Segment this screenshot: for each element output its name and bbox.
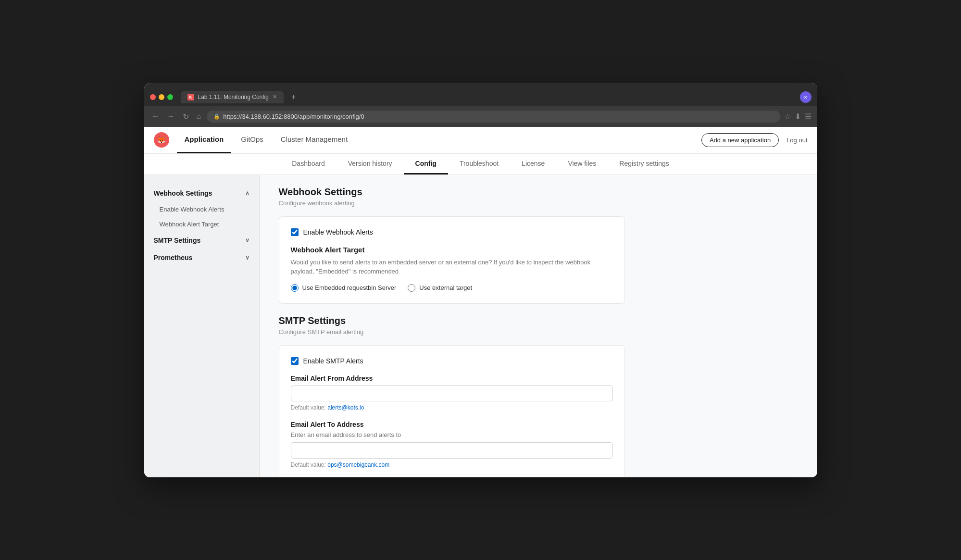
sidebar-item-webhook-target[interactable]: Webhook Alert Target [144,217,259,232]
tab-bar: Dashboard Version history Config Trouble… [144,154,817,175]
email-to-input[interactable] [291,442,613,459]
add-new-application-button[interactable]: Add a new application [701,133,779,147]
sidebar-webhook-label: Webhook Settings [154,189,212,197]
sidebar-section-webhook: Webhook Settings ∧ Enable Webhook Alerts… [144,185,259,232]
nav-links: Application GitOps Cluster Management [177,127,356,153]
webhook-external-option[interactable]: Use external target [408,284,472,292]
browser-tab[interactable]: K Lab 1.11: Monitoring Config ✕ [181,91,284,103]
webhook-target-subsection: Webhook Alert Target Would you like to s… [291,246,613,292]
webhook-settings-card: Enable Webhook Alerts Webhook Alert Targ… [279,216,625,304]
email-to-sublabel: Enter an email address to send alerts to [291,431,613,438]
email-from-input[interactable] [291,385,613,401]
webhook-external-radio[interactable] [408,284,415,292]
sidebar-webhook-chevron: ∧ [245,190,250,197]
logout-button[interactable]: Log out [786,137,807,144]
forward-button[interactable]: → [165,110,177,123]
tab-title: Lab 1.11: Monitoring Config [198,94,269,100]
sidebar-smtp-header[interactable]: SMTP Settings ∨ [144,232,259,249]
extension-icon[interactable]: ∞ [800,91,811,103]
email-to-group: Email Alert To Address Enter an email ad… [291,421,613,468]
browser-window: K Lab 1.11: Monitoring Config ✕ + ∞ ← → … [144,83,817,477]
enable-smtp-row: Enable SMTP Alerts [291,357,613,365]
webhook-embedded-option[interactable]: Use Embedded requestbin Server [291,284,397,292]
tab-close-button[interactable]: ✕ [273,94,277,100]
home-button[interactable]: ⌂ [195,110,203,123]
webhook-embedded-radio[interactable] [291,284,299,292]
address-bar[interactable]: 🔒 https://34.138.60.152:8800/app/monitor… [207,111,780,123]
menu-icon[interactable]: ☰ [805,112,811,121]
refresh-button[interactable]: ↻ [181,110,191,123]
sidebar-smtp-label: SMTP Settings [154,236,201,244]
nav-gitops[interactable]: GitOps [233,127,271,153]
back-button[interactable]: ← [150,110,162,123]
sidebar: Webhook Settings ∧ Enable Webhook Alerts… [144,175,260,477]
enable-smtp-checkbox[interactable] [291,357,299,365]
app-navigation: 🦊 Application GitOps Cluster Management … [144,127,817,154]
webhook-target-radio-group: Use Embedded requestbin Server Use exter… [291,284,613,292]
webhook-external-label: Use external target [419,284,472,291]
browser-titlebar: K Lab 1.11: Monitoring Config ✕ + ∞ [144,83,817,106]
bookmark-icon[interactable]: ☆ [784,112,791,121]
minimize-traffic-light[interactable] [159,94,164,100]
close-traffic-light[interactable] [150,94,156,100]
webhook-target-desc: Would you like to send alerts to an embe… [291,258,613,276]
sidebar-prometheus-header[interactable]: Prometheus ∨ [144,249,259,266]
tab-troubleshoot[interactable]: Troubleshoot [448,154,510,174]
tab-version-history[interactable]: Version history [337,154,404,174]
content-scroll: Webhook Settings Configure webhook alert… [260,175,644,477]
email-from-default: Default value: alerts@kots.io [291,404,613,411]
enable-webhook-row: Enable Webhook Alerts [291,228,613,236]
sidebar-smtp-chevron: ∨ [245,237,250,244]
webhook-target-title: Webhook Alert Target [291,246,613,254]
smtp-section-title: SMTP Settings [279,315,625,326]
enable-webhook-label: Enable Webhook Alerts [303,228,373,236]
smtp-settings-section: SMTP Settings Configure SMTP email alert… [279,315,625,477]
sidebar-prometheus-chevron: ∨ [245,254,250,261]
email-to-default: Default value: ops@somebigbank.com [291,461,613,468]
sidebar-section-prometheus: Prometheus ∨ [144,249,259,266]
smtp-section-subtitle: Configure SMTP email alerting [279,328,625,336]
enable-smtp-label: Enable SMTP Alerts [303,357,363,365]
sidebar-section-smtp: SMTP Settings ∨ [144,232,259,249]
webhook-embedded-label: Use Embedded requestbin Server [302,284,397,291]
tab-registry-settings[interactable]: Registry settings [608,154,680,174]
webhook-settings-section: Webhook Settings Configure webhook alert… [279,187,625,304]
enable-webhook-checkbox[interactable] [291,228,299,236]
tab-license[interactable]: License [510,154,556,174]
tab-view-files[interactable]: View files [556,154,608,174]
browser-toolbar: ← → ↻ ⌂ 🔒 https://34.138.60.152:8800/app… [144,106,817,127]
nav-cluster-management[interactable]: Cluster Management [273,127,355,153]
email-from-label: Email Alert From Address [291,374,613,382]
download-icon[interactable]: ⬇ [795,112,801,121]
main-content: Webhook Settings ∧ Enable Webhook Alerts… [144,175,817,477]
toolbar-actions: ☆ ⬇ ☰ [784,112,811,121]
tab-config[interactable]: Config [404,154,448,174]
url-display: https://34.138.60.152:8800/app/monitorin… [223,113,364,120]
email-to-label: Email Alert To Address [291,421,613,428]
webhook-section-title: Webhook Settings [279,187,625,198]
tab-favicon: K [187,94,194,100]
new-tab-button[interactable]: + [287,91,300,103]
nav-actions: Add a new application Log out [701,133,808,147]
sidebar-webhook-header[interactable]: Webhook Settings ∧ [144,185,259,202]
security-icon: 🔒 [213,113,220,120]
traffic-lights [150,94,173,100]
sidebar-prometheus-label: Prometheus [154,254,193,261]
app-logo: 🦊 [154,132,169,148]
tab-dashboard[interactable]: Dashboard [280,154,337,174]
content-area: Webhook Settings Configure webhook alert… [260,175,817,477]
smtp-settings-card: Enable SMTP Alerts Email Alert From Addr… [279,345,625,477]
sidebar-item-enable-webhook[interactable]: Enable Webhook Alerts [144,202,259,217]
email-from-group: Email Alert From Address Default value: … [291,374,613,411]
maximize-traffic-light[interactable] [167,94,173,100]
nav-application[interactable]: Application [177,127,232,153]
webhook-section-subtitle: Configure webhook alerting [279,199,625,207]
